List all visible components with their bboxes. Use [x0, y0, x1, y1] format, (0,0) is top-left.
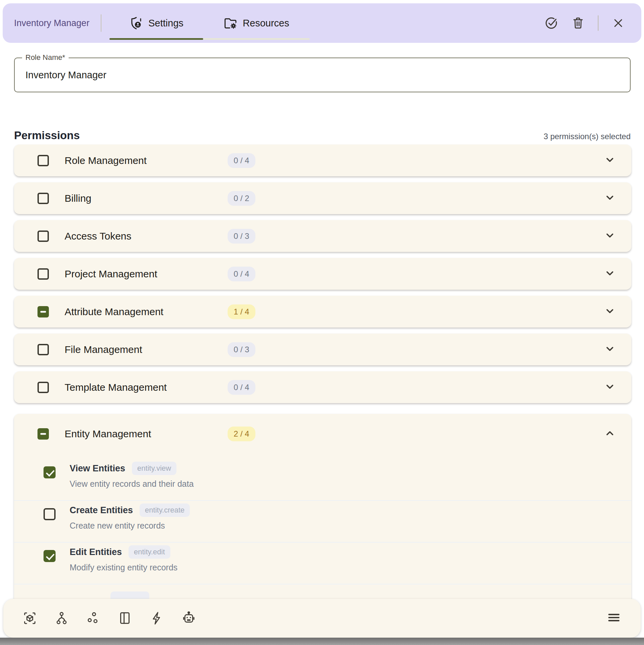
group-row[interactable]: Access Tokens 0 / 3: [14, 220, 631, 252]
bottom-toolbar: [3, 599, 641, 638]
permission-label: View Entities: [70, 463, 125, 474]
hamburger-menu-icon[interactable]: [607, 610, 621, 626]
chevron-down-icon[interactable]: [603, 191, 617, 206]
box-scan-icon[interactable]: [22, 611, 37, 626]
group-checkbox[interactable]: [37, 382, 49, 393]
group-row[interactable]: Attribute Management 1 / 4: [14, 296, 631, 328]
permission-checkbox-checked[interactable]: [44, 550, 56, 562]
chevron-down-icon[interactable]: [603, 342, 617, 357]
permission-item-main: Edit Entities entity.edit Modify existin…: [70, 543, 177, 584]
permissions-title: Permissions: [14, 129, 80, 142]
group-count-badge: 1 / 4: [228, 304, 255, 319]
group-label: Role Management: [65, 155, 212, 166]
trash-icon[interactable]: [571, 16, 585, 30]
panel-icon[interactable]: [117, 611, 133, 626]
window-bottom-edge: [0, 638, 644, 645]
permission-group-role-management: Role Management 0 / 4: [14, 145, 631, 176]
group-label: Entity Management: [65, 428, 212, 440]
group-checkbox[interactable]: [37, 344, 49, 355]
group-row[interactable]: Entity Management 2 / 4: [14, 414, 631, 454]
permission-item-view-entities[interactable]: View Entities entity.view View entity re…: [14, 459, 631, 500]
role-name-input[interactable]: [15, 58, 630, 92]
group-children-list: View Entities entity.view View entity re…: [14, 454, 631, 605]
group-count-badge: 0 / 2: [228, 191, 255, 206]
permission-checkbox-checked[interactable]: [44, 466, 56, 478]
actions-divider: [598, 15, 598, 31]
chevron-up-icon[interactable]: [603, 427, 617, 441]
permission-code-badge: entity.view: [132, 462, 176, 475]
hierarchy-icon[interactable]: [54, 611, 69, 626]
role-editor-page: Inventory Manager Settings: [0, 0, 644, 645]
group-label: Template Management: [65, 382, 212, 393]
group-count-badge: 0 / 3: [228, 342, 255, 357]
group-count-badge: 0 / 4: [228, 153, 255, 168]
group-label: Attribute Management: [65, 306, 212, 317]
permission-group-attribute-management: Attribute Management 1 / 4: [14, 296, 631, 328]
permission-description: Modify existing entity records: [70, 563, 177, 572]
group-label: File Management: [65, 344, 212, 355]
permission-description: View entity records and their data: [70, 479, 194, 489]
tab-resources-label: Resources: [243, 18, 289, 29]
group-label: Project Management: [65, 268, 212, 280]
check-circle-icon[interactable]: [544, 16, 558, 30]
tab-settings-label: Settings: [148, 18, 183, 29]
permission-group-access-tokens: Access Tokens 0 / 3: [14, 220, 631, 252]
chevron-down-icon[interactable]: [603, 153, 617, 168]
chevron-down-icon[interactable]: [603, 229, 617, 244]
role-name-field: Role Name*: [14, 58, 631, 92]
chevron-down-icon[interactable]: [603, 267, 617, 281]
group-count-badge: 2 / 4: [228, 427, 255, 441]
permission-group-file-management: File Management 0 / 3: [14, 334, 631, 365]
tab-bar: Settings Resources: [109, 3, 310, 43]
header-divider: [101, 14, 101, 32]
permission-item-create-entities[interactable]: Create Entities entity.create Create new…: [14, 501, 631, 542]
header-bar: Inventory Manager Settings: [3, 3, 641, 43]
group-row[interactable]: Billing 0 / 2: [14, 182, 631, 214]
chevron-down-icon[interactable]: [603, 380, 617, 395]
group-row[interactable]: File Management 0 / 3: [14, 334, 631, 365]
group-row[interactable]: Project Management 0 / 4: [14, 258, 631, 290]
tab-settings[interactable]: Settings: [109, 3, 203, 43]
tab-resources[interactable]: Resources: [203, 3, 310, 43]
header-actions: [544, 15, 641, 31]
permission-group-project-management: Project Management 0 / 4: [14, 258, 631, 290]
group-count-badge: 0 / 4: [228, 267, 255, 281]
group-checkbox-indeterminate[interactable]: [37, 306, 49, 317]
cluster-icon[interactable]: [86, 611, 101, 626]
group-checkbox[interactable]: [37, 231, 49, 242]
close-icon[interactable]: [611, 16, 625, 30]
permission-group-billing: Billing 0 / 2: [14, 182, 631, 214]
folder-gear-icon: [224, 16, 238, 30]
permission-checkbox[interactable]: [44, 508, 56, 520]
group-label: Billing: [65, 193, 212, 204]
page-title: Inventory Manager: [3, 18, 89, 28]
permission-label: Create Entities: [70, 505, 133, 516]
permission-item-edit-entities[interactable]: Edit Entities entity.edit Modify existin…: [14, 543, 631, 584]
group-row[interactable]: Template Management 0 / 4: [14, 371, 631, 403]
permission-code-badge: entity.edit: [129, 545, 170, 559]
zap-icon[interactable]: [149, 611, 165, 626]
permission-description: Create new entity records: [70, 521, 190, 531]
permission-label: Edit Entities: [70, 547, 122, 557]
chevron-down-icon[interactable]: [603, 304, 617, 319]
group-label: Access Tokens: [65, 231, 212, 242]
group-count-badge: 0 / 3: [228, 229, 255, 244]
shield-user-icon: [129, 16, 143, 30]
toolbar-icon-group: [3, 611, 196, 626]
permissions-header: Permissions 3 permission(s) selected: [14, 129, 631, 142]
permission-groups-list: Role Management 0 / 4 Billing 0 / 2 Acce…: [14, 145, 631, 639]
group-row[interactable]: Role Management 0 / 4: [14, 145, 631, 176]
group-checkbox-indeterminate[interactable]: [37, 428, 49, 440]
permission-code-badge: entity.create: [140, 503, 190, 517]
permission-group-template-management: Template Management 0 / 4: [14, 371, 631, 403]
group-checkbox[interactable]: [37, 155, 49, 166]
selected-count-text: 3 permission(s) selected: [544, 132, 631, 141]
permission-item-main: View Entities entity.view View entity re…: [70, 459, 194, 500]
group-checkbox[interactable]: [37, 268, 49, 280]
permission-item-main: Create Entities entity.create Create new…: [70, 501, 190, 542]
group-checkbox[interactable]: [37, 193, 49, 204]
bot-icon[interactable]: [181, 611, 196, 626]
group-count-badge: 0 / 4: [228, 380, 255, 395]
